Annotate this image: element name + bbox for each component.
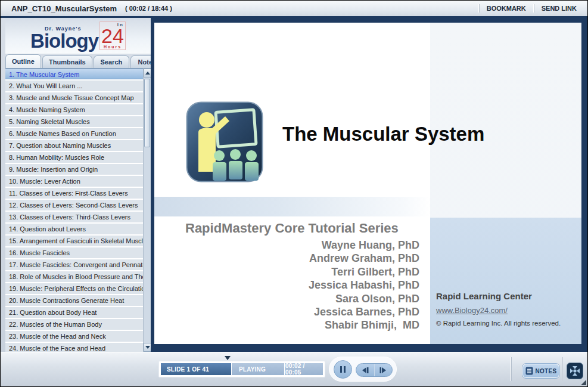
notes-button-label: NOTES xyxy=(536,368,557,374)
fullscreen-button[interactable] xyxy=(567,363,583,379)
org-website-link[interactable]: www.Biology24.com/ xyxy=(436,306,579,315)
arrow-down-icon xyxy=(145,346,150,349)
resize-grip[interactable] xyxy=(581,380,586,385)
arrow-up-icon xyxy=(145,72,150,75)
outline-item[interactable]: 11. Classes of Levers: First-Class Lever… xyxy=(5,188,143,199)
outline-item[interactable]: 7. Question about Naming Muscles xyxy=(5,140,143,151)
logo: Dr. Wayne's Biology In 24 Hours xyxy=(5,18,151,54)
outline-item[interactable]: 22. Muscles of the Human Body xyxy=(5,319,143,330)
step-forward-icon xyxy=(379,367,387,373)
fullscreen-icon xyxy=(569,365,581,377)
sidebar-tabs: OutlineThumbnailsSearchNotes xyxy=(5,54,151,68)
outline-item[interactable]: 19. Muscle: Peripheral Effects on the Ci… xyxy=(5,283,143,294)
outline-item[interactable]: 23. Muscle of the Head and Neck xyxy=(5,331,143,342)
author-line: Jessica Barnes, PhD xyxy=(190,305,419,318)
author-list: Wayne Huang, PhDAndrew Graham, PhDTerri … xyxy=(190,239,419,332)
slide-canvas: The Muscular System RapidMastery Core Tu… xyxy=(154,23,581,344)
author-line: Andrew Graham, PhD xyxy=(190,252,419,265)
org-name: Rapid Learning Center xyxy=(436,291,579,301)
outline-item[interactable]: 10. Muscle: Lever Action xyxy=(5,176,143,187)
logo-number: 24 xyxy=(101,27,124,45)
playhead-marker-icon[interactable] xyxy=(225,356,231,360)
logo-hours-text: Hours xyxy=(104,45,122,49)
outline-item[interactable]: 2. What You Will Learn ... xyxy=(5,81,143,91)
outline-item[interactable]: 15. Arrangement of Fasciculi in Skeletal… xyxy=(5,236,143,246)
author-line: Wayne Huang, PhD xyxy=(190,239,419,252)
title-bar: ANP_CT10_MuscularSystem ( 00:02 / 18:44 … xyxy=(1,1,587,18)
outline-scrollbar[interactable] xyxy=(143,69,151,352)
send-link-button[interactable]: SEND LINK xyxy=(542,5,577,12)
outline-item[interactable]: 8. Human Mobility: Muscles Role xyxy=(5,152,143,163)
outline-item[interactable]: 3. Muscle and Muscle Tissue Concept Map xyxy=(5,92,143,103)
control-bar-divider xyxy=(562,357,563,381)
outline-item[interactable]: 5. Naming Skeletal Muscles xyxy=(5,116,143,127)
scroll-up-button[interactable] xyxy=(144,69,151,78)
slide-accent-band xyxy=(154,197,430,216)
transport-controls xyxy=(329,357,397,382)
sidebar: Dr. Wayne's Biology In 24 Hours OutlineT… xyxy=(1,18,151,352)
playback-status: PLAYING xyxy=(232,363,284,375)
outline-item[interactable]: 21. Question about Body Heat xyxy=(5,307,143,318)
tab-search[interactable]: Search xyxy=(94,55,129,68)
player-window: ANP_CT10_MuscularSystem ( 00:02 / 18:44 … xyxy=(0,0,588,387)
notes-button[interactable]: NOTES xyxy=(522,364,559,378)
previous-slide-button[interactable] xyxy=(356,364,375,376)
progress-bar[interactable]: SLIDE 1 OF 41 PLAYING 00:02 / 00:05 xyxy=(158,361,325,377)
player-control-bar: SLIDE 1 OF 41 PLAYING 00:02 / 00:05 xyxy=(1,352,587,386)
outline-list: 1. The Muscular System2. What You Will L… xyxy=(5,69,143,352)
slide-time: 00:02 / 00:05 xyxy=(285,363,323,375)
outline-item[interactable]: 12. Classes of Levers: Second-Class Leve… xyxy=(5,200,143,210)
org-copyright: © Rapid Learning Inc. All rights reserve… xyxy=(436,320,579,327)
outline-item[interactable]: 14. Question about Levers xyxy=(5,224,143,234)
total-elapsed-time: ( 00:02 / 18:44 ) xyxy=(125,5,172,12)
outline-item[interactable]: 4. Muscle Naming System xyxy=(5,104,143,115)
author-line: Terri Gilbert, PhD xyxy=(190,265,419,278)
scrollbar-thumb[interactable] xyxy=(144,79,150,147)
outline-item[interactable]: 6. Muscle Names Based on Function xyxy=(5,128,143,139)
outline-item[interactable]: 17. Muscle Fascicles: Convergent and Pen… xyxy=(5,259,143,270)
bookmark-button[interactable]: BOOKMARK xyxy=(487,5,526,12)
tab-outline[interactable]: Outline xyxy=(5,54,41,68)
scroll-down-button[interactable] xyxy=(144,343,151,352)
outline-item[interactable]: 18. Role of Muscles in Blood Pressure an… xyxy=(5,271,143,282)
author-line: Jessica Habashi, PhD xyxy=(190,278,419,292)
logo-24-badge: In 24 Hours xyxy=(99,21,126,50)
logo-wordmark: Biology xyxy=(30,32,98,50)
step-buttons xyxy=(356,363,393,377)
outline-item[interactable]: 20. Muscle Contractions Generate Heat xyxy=(5,295,143,306)
pause-icon xyxy=(340,366,342,373)
outline-item[interactable]: 9. Muscle: Insertion and Origin xyxy=(5,164,143,175)
step-back-icon xyxy=(362,367,369,373)
pause-button[interactable] xyxy=(334,360,352,379)
outline-item[interactable]: 24. Muscle of the Face and Head xyxy=(5,343,143,352)
teacher-classroom-icon xyxy=(186,101,263,182)
next-slide-button[interactable] xyxy=(375,364,393,376)
outline-item[interactable]: 13. Classes of Levers: Third-Class Lever… xyxy=(5,212,143,222)
titlebar-divider xyxy=(533,4,534,13)
slide-counter[interactable]: SLIDE 1 OF 41 xyxy=(161,363,231,375)
org-block: Rapid Learning Center www.Biology24.com/… xyxy=(436,291,579,327)
author-line: Shabir Bhimji, MD xyxy=(190,318,419,332)
series-subtitle: RapidMastery Core Tutorial Series xyxy=(185,221,399,236)
outline-item[interactable]: 16. Muscle Fascicles xyxy=(5,247,143,258)
pause-icon xyxy=(344,366,346,373)
control-bar-divider xyxy=(511,357,512,381)
slide-stage: The Muscular System RapidMastery Core Tu… xyxy=(151,18,587,352)
titlebar-divider xyxy=(478,4,480,13)
slide-title: The Muscular System xyxy=(282,123,562,145)
presentation-title: ANP_CT10_MuscularSystem xyxy=(11,4,117,13)
author-line: Sara Olson, PhD xyxy=(190,292,419,305)
outline-item[interactable]: 1. The Muscular System xyxy=(5,69,143,79)
notes-document-icon xyxy=(525,367,533,375)
tab-thumbnails[interactable]: Thumbnails xyxy=(42,55,92,68)
